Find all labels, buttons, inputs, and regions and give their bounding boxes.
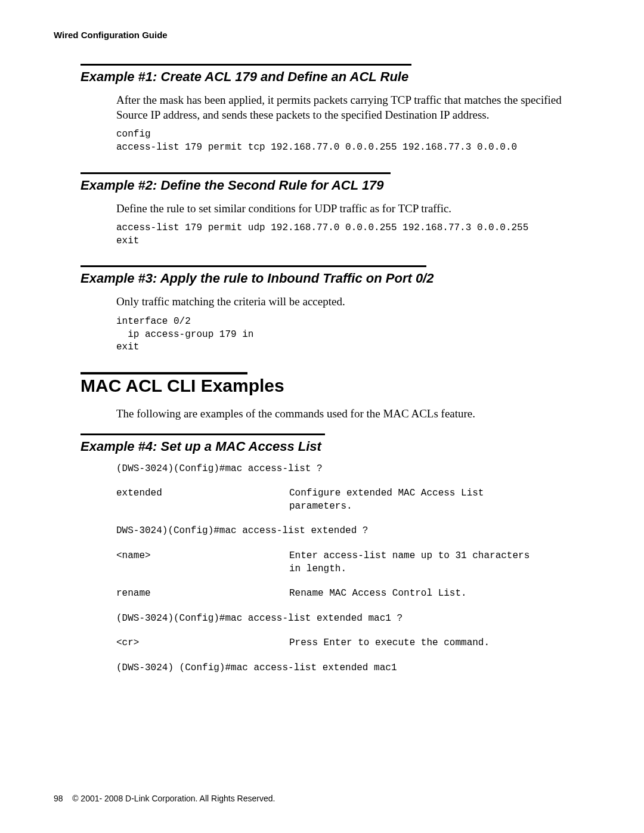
- cli-line: DWS-3024)(Config)#mac access-list extend…: [116, 525, 368, 538]
- example-3-code: interface 0/2 ip access-group 179 in exi…: [116, 315, 590, 354]
- document-page: Wired Configuration Guide Example #1: Cr…: [0, 0, 644, 833]
- cli-term: rename: [116, 587, 289, 600]
- example-2-code: access-list 179 permit udp 192.168.77.0 …: [116, 222, 590, 247]
- page-footer: 98 © 2001- 2008 D-Link Corporation. All …: [54, 794, 275, 803]
- cli-line: (DWS-3024)(Config)#mac access-list exten…: [116, 612, 402, 625]
- example-1-code: config access-list 179 permit tcp 192.16…: [116, 128, 590, 154]
- example-1-heading: Example #1: Create ACL 179 and Define an…: [80, 69, 590, 85]
- cli-line: (DWS-3024) (Config)#mac access-list exte…: [116, 662, 397, 675]
- section-rule: [80, 172, 391, 174]
- section-rule: [80, 433, 325, 435]
- example-2-paragraph: Define the rule to set similar condition…: [116, 202, 569, 216]
- example-4-heading: Example #4: Set up a MAC Access List: [80, 439, 590, 454]
- example-3-section: Example #3: Apply the rule to Inbound Tr…: [80, 265, 590, 354]
- section-rule: [80, 64, 411, 66]
- example-3-paragraph: Only traffic matching the criteria will …: [116, 295, 569, 309]
- cli-line: (DWS-3024)(Config)#mac access-list ?: [116, 463, 323, 476]
- cli-desc: Rename MAC Access Control List.: [289, 587, 546, 600]
- example-3-heading: Example #3: Apply the rule to Inbound Tr…: [80, 271, 590, 286]
- copyright-text: © 2001- 2008 D-Link Corporation. All Rig…: [72, 794, 275, 803]
- running-header: Wired Configuration Guide: [54, 30, 590, 40]
- example-4-cli: (DWS-3024)(Config)#mac access-list ? ext…: [116, 463, 590, 675]
- page-number: 98: [54, 794, 63, 803]
- cli-desc: Enter access-list name up to 31 characte…: [289, 550, 546, 575]
- example-2-heading: Example #2: Define the Second Rule for A…: [80, 178, 590, 193]
- cli-term: extended: [116, 487, 289, 513]
- mac-acl-paragraph: The following are examples of the comman…: [116, 407, 569, 422]
- mac-acl-heading: MAC ACL CLI Examples: [80, 376, 590, 396]
- cli-desc: Press Enter to execute the command.: [289, 637, 546, 650]
- example-2-section: Example #2: Define the Second Rule for A…: [80, 172, 590, 248]
- example-1-section: Example #1: Create ACL 179 and Define an…: [80, 64, 590, 154]
- cli-term: <cr>: [116, 637, 289, 650]
- cli-term: <name>: [116, 550, 289, 575]
- major-section-rule: [80, 372, 247, 374]
- example-1-paragraph: After the mask has been applied, it perm…: [116, 93, 569, 122]
- section-rule: [80, 265, 426, 267]
- cli-desc: Configure extended MAC Access List param…: [289, 487, 546, 513]
- example-4-section: Example #4: Set up a MAC Access List (DW…: [80, 433, 590, 675]
